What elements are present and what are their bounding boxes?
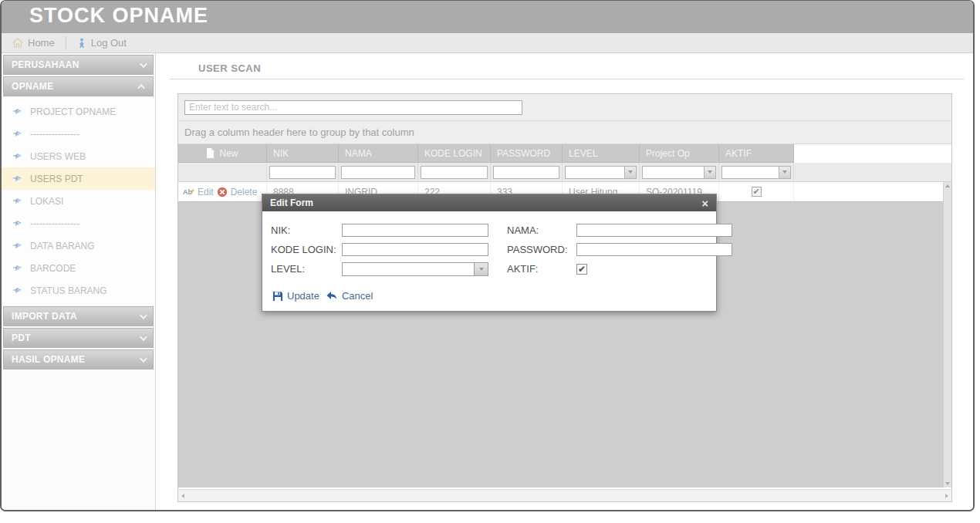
column-header-level[interactable]: LEVEL — [563, 144, 640, 163]
group-by-panel[interactable]: Drag a column header here to group by th… — [178, 121, 951, 144]
nama-field[interactable] — [576, 224, 732, 237]
dropdown-button[interactable] — [779, 167, 790, 178]
sidebar: PERUSAHAAN OPNAME PROJECT OPNAME -------… — [2, 53, 156, 510]
sidebar-item-separator[interactable]: ---------------- — [2, 212, 155, 235]
column-label: KODE LOGIN — [424, 148, 482, 159]
filter-cell-password — [491, 163, 563, 181]
edit-link[interactable]: Edit — [198, 187, 214, 197]
aktif-checkbox[interactable] — [752, 187, 762, 197]
aktif-label: AKTIF: — [507, 263, 576, 275]
column-header-aktif[interactable]: AKTIF — [719, 144, 794, 163]
sidebar-group-pdt[interactable]: PDT — [3, 328, 154, 348]
scroll-down-icon[interactable] — [945, 482, 950, 485]
sidebar-item-data-barang[interactable]: DATA BARANG — [2, 235, 155, 257]
filter-combo-project-op[interactable] — [643, 167, 704, 178]
arrow-icon — [9, 241, 23, 251]
sidebar-item-users-web[interactable]: USERS WEB — [2, 145, 155, 167]
app-header: STOCK OPNAME — [2, 1, 973, 33]
dropdown-button[interactable] — [474, 263, 488, 275]
row-command-cell: Ab Edit Delete — [178, 182, 267, 201]
cancel-button[interactable]: Cancel — [326, 290, 373, 302]
chevron-down-icon — [782, 170, 787, 174]
logout-button[interactable]: Log Out — [66, 33, 137, 52]
filter-cell-nik — [267, 163, 339, 181]
nama-label: NAMA: — [507, 224, 576, 236]
column-label: NIK — [273, 148, 289, 159]
chevron-down-icon — [708, 170, 712, 174]
arrow-icon — [9, 130, 23, 139]
filter-cell-kode-login — [418, 163, 491, 181]
scroll-up-icon[interactable] — [945, 184, 950, 187]
column-header-nik[interactable]: NIK — [267, 144, 339, 163]
password-field[interactable] — [576, 243, 732, 256]
sidebar-item-separator[interactable]: ---------------- — [2, 123, 155, 145]
filter-combo-aktif[interactable] — [722, 167, 779, 178]
sidebar-group-import-data[interactable]: IMPORT DATA — [3, 306, 154, 326]
search-input[interactable] — [184, 100, 522, 115]
sidebar-item-lokasi[interactable]: LOKASI — [2, 190, 155, 212]
close-icon[interactable]: × — [701, 197, 708, 209]
kode-login-field[interactable] — [342, 243, 488, 256]
grid-filter-row — [178, 163, 951, 182]
arrow-icon — [9, 174, 23, 184]
new-button[interactable]: New — [178, 144, 267, 163]
group-label: PERUSAHAAN — [12, 59, 79, 70]
filter-input-password[interactable] — [493, 166, 559, 179]
edit-form-modal: Edit Form × NIK: NAMA: KODE LOGIN: PASSW… — [262, 194, 717, 312]
nik-field[interactable] — [342, 224, 488, 237]
sidebar-item-label: PROJECT OPNAME — [30, 106, 116, 117]
column-header-password[interactable]: PASSWORD — [491, 144, 563, 163]
delete-link[interactable]: Delete — [231, 187, 258, 197]
filter-combo-level[interactable] — [566, 167, 624, 178]
filter-cell-level — [563, 163, 640, 181]
chevron-down-icon — [628, 170, 633, 174]
column-label: Project Op — [646, 148, 690, 159]
edit-form: NIK: NAMA: KODE LOGIN: PASSWORD: LEVEL: … — [271, 224, 705, 275]
level-dropdown[interactable] — [342, 262, 488, 276]
chevron-down-icon — [140, 333, 147, 341]
column-header-project-op[interactable]: Project Op — [640, 144, 719, 163]
update-button[interactable]: Update — [272, 290, 319, 302]
title-divider — [170, 79, 964, 79]
dropdown-button[interactable] — [624, 167, 636, 178]
column-header-nama[interactable]: NAMA — [339, 144, 418, 163]
sidebar-item-barcode[interactable]: BARCODE — [2, 257, 155, 279]
sidebar-item-status-barang[interactable]: STATUS BARANG — [2, 279, 155, 302]
chevron-down-icon — [479, 268, 484, 271]
sidebar-group-opname[interactable]: OPNAME — [3, 76, 154, 96]
page-title: USER SCAN — [156, 53, 973, 79]
filter-input-kode-login[interactable] — [421, 166, 488, 179]
modal-titlebar[interactable]: Edit Form × — [262, 194, 716, 211]
column-label: AKTIF — [725, 148, 752, 159]
home-button[interactable]: Home — [2, 33, 66, 52]
toolbar: Home Log Out — [2, 33, 973, 53]
sidebar-item-users-pdt[interactable]: USERS PDT — [2, 167, 155, 190]
sidebar-item-label: LOKASI — [30, 196, 63, 207]
group-label: HASIL OPNAME — [12, 354, 85, 365]
column-label: NAMA — [345, 148, 372, 159]
vertical-scrollbar[interactable] — [943, 182, 951, 488]
modal-body: NIK: NAMA: KODE LOGIN: PASSWORD: LEVEL: … — [262, 211, 716, 302]
group-label: PDT — [12, 332, 31, 343]
scroll-right-icon[interactable] — [945, 494, 948, 498]
filter-input-nama[interactable] — [341, 166, 415, 179]
filter-input-nik[interactable] — [269, 166, 336, 179]
grid-search-panel — [178, 94, 951, 121]
aktif-checkbox[interactable] — [576, 264, 587, 275]
horizontal-scrollbar[interactable] — [178, 489, 951, 501]
dropdown-button[interactable] — [704, 167, 715, 178]
chevron-up-icon — [137, 83, 145, 91]
new-label: New — [219, 148, 238, 159]
sidebar-item-project-opname[interactable]: PROJECT OPNAME — [2, 100, 155, 123]
cancel-label: Cancel — [342, 290, 373, 302]
column-header-kode-login[interactable]: KODE LOGIN — [418, 144, 491, 163]
sidebar-group-hasil-opname[interactable]: HASIL OPNAME — [3, 349, 154, 369]
sidebar-group-perusahaan[interactable]: PERUSAHAAN — [3, 55, 154, 75]
filter-cell-command — [178, 163, 267, 181]
sidebar-item-label: ---------------- — [30, 129, 79, 140]
home-icon — [12, 38, 23, 48]
grid-header-row: New NIK NAMA KODE LOGIN PASSWORD LEVEL P… — [178, 144, 951, 163]
scroll-left-icon[interactable] — [181, 494, 184, 498]
cell-aktif — [719, 182, 794, 201]
arrow-icon — [9, 219, 23, 228]
